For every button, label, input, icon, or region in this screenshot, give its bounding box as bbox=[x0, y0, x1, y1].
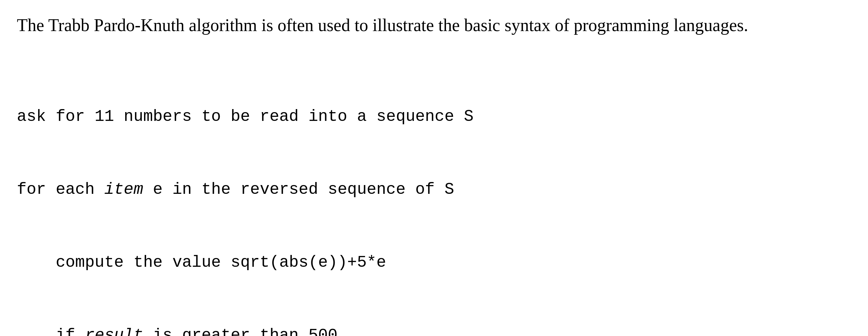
code-line-3: compute the value sqrt(abs(e))+5*e bbox=[17, 250, 851, 275]
code-block: ask for 11 numbers to be read into a seq… bbox=[17, 56, 851, 336]
code-line-4: if result is greater than 500 bbox=[17, 323, 851, 336]
code-line-2: for each item e in the reversed sequence… bbox=[17, 177, 851, 202]
code-line-1: ask for 11 numbers to be read into a seq… bbox=[17, 104, 851, 129]
description-paragraph: The Trabb Pardo-Knuth algorithm is often… bbox=[17, 14, 851, 37]
